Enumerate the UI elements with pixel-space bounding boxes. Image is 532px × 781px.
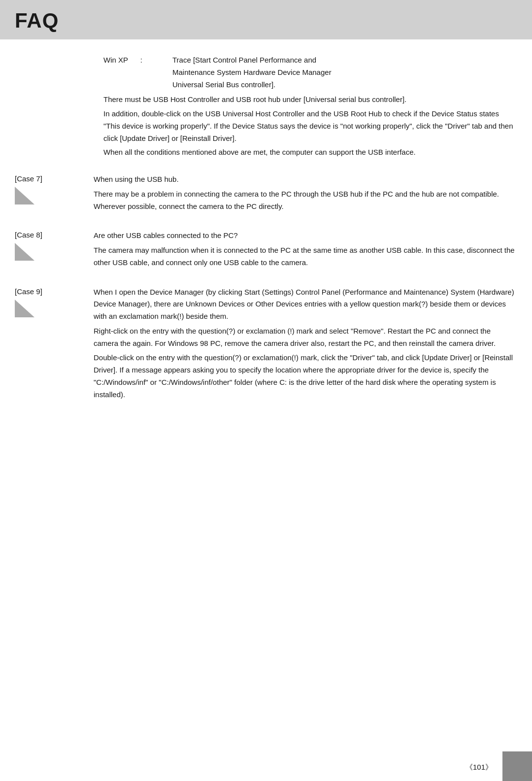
case-9-content: When I open the Device Manager (by click… xyxy=(94,286,517,404)
intro-block: Win XP : Trace [Start Control Panel Perf… xyxy=(103,54,517,159)
winxp-row: Win XP : Trace [Start Control Panel Perf… xyxy=(103,54,517,91)
case-8-content: Are other USB cables connected to the PC… xyxy=(94,230,517,271)
case-9-title: When I open the Device Manager (by click… xyxy=(94,286,517,323)
header-bar: FAQ xyxy=(0,0,532,39)
case-8-label: [Case 8] xyxy=(15,231,42,239)
intro-para2: In addition, double-click on the USB Uni… xyxy=(103,108,517,144)
intro-para1: There must be USB Host Controller and US… xyxy=(103,94,517,106)
case-7-body: There may be a problem in connecting the… xyxy=(94,188,517,213)
case-7-label: [Case 7] xyxy=(15,174,42,183)
footer-bar xyxy=(502,751,532,781)
case-8-body: The camera may malfunction when it is co… xyxy=(94,244,517,269)
case-8-label-col: [Case 8] xyxy=(15,230,94,271)
case-8-triangle xyxy=(15,243,34,261)
content-area: Win XP : Trace [Start Control Panel Perf… xyxy=(0,54,532,447)
case-9-label: [Case 9] xyxy=(15,287,42,296)
case-9-para2: Right-click on the entry with the questi… xyxy=(94,325,517,350)
page-title: FAQ xyxy=(15,9,517,33)
case-9-triangle xyxy=(15,300,34,317)
case-7-title: When using the USB hub. xyxy=(94,173,517,186)
case-7-content: When using the USB hub. There may be a p… xyxy=(94,173,517,215)
case-7-section: [Case 7] When using the USB hub. There m… xyxy=(15,173,517,215)
case-7-triangle xyxy=(15,187,34,204)
case-9-section: [Case 9] When I open the Device Manager … xyxy=(15,286,517,404)
case-7-label-col: [Case 7] xyxy=(15,173,94,215)
case-9-para3: Double-click on the entry with the quest… xyxy=(94,352,517,401)
winxp-label: Win XP : xyxy=(103,54,172,91)
case-8-title: Are other USB cables connected to the PC… xyxy=(94,230,517,242)
case-9-label-col: [Case 9] xyxy=(15,286,94,404)
case-8-section: [Case 8] Are other USB cables connected … xyxy=(15,230,517,271)
intro-para3: When all the conditions mentioned above … xyxy=(103,146,517,159)
page-number: 《101》 xyxy=(466,763,493,772)
winxp-content: Trace [Start Control Panel Performance a… xyxy=(172,54,332,91)
